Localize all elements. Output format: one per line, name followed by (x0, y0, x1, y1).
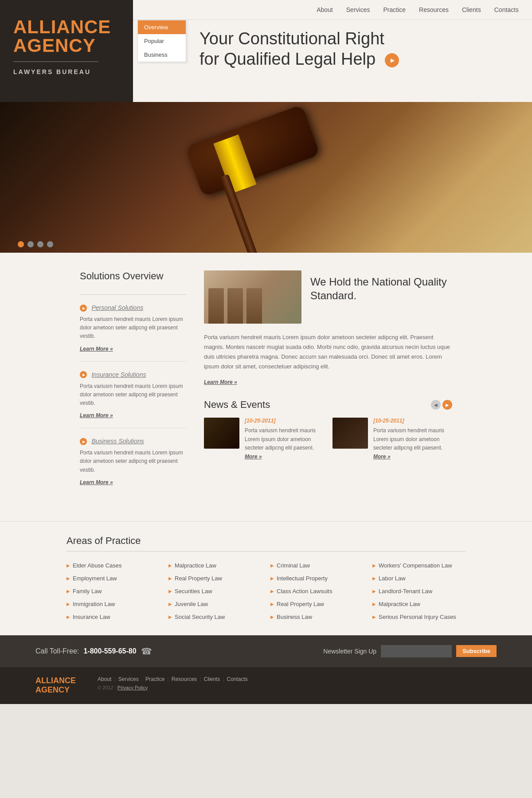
footer-nav-separator: : (200, 676, 201, 682)
news-date-1: [10-25-2011] (245, 418, 324, 424)
solution-link-business[interactable]: Business Solutions (91, 438, 144, 445)
news-item-1: [10-25-2011] Porta variusm hendreit maur… (204, 418, 324, 460)
dropdown-item-business[interactable]: Business (138, 48, 186, 62)
person-2 (227, 288, 243, 324)
area-item: ▶Labor Law (372, 573, 466, 583)
footer-nav-about[interactable]: About (98, 676, 111, 682)
solution-link-personal[interactable]: Personal Solutions (91, 304, 143, 311)
news-grid: [10-25-2011] Porta variusm hendreit maur… (204, 418, 452, 460)
nav-services[interactable]: Services (346, 6, 370, 13)
news-item-2: [10-25-2011] Porta variusm hendreit maur… (332, 418, 452, 460)
footer-nav-clients[interactable]: Clients (203, 676, 220, 682)
area-item: ▶Landlord-Tenant Law (372, 586, 466, 596)
hero-image (0, 102, 532, 253)
learn-more-quality[interactable]: Learn More (204, 379, 237, 385)
footer-nav-separator: : (114, 676, 115, 682)
solution-personal-header: Personal Solutions (80, 304, 186, 312)
two-col-layout: Solutions Overview Personal Solutions Po… (80, 270, 452, 504)
subscribe-button[interactable]: Subscribe (456, 645, 497, 657)
news-thumb-1 (204, 418, 239, 449)
solution-icon-business (80, 438, 87, 445)
area-item: ▶Elder Abuse Cases (66, 560, 160, 571)
news-date-2: [10-25-2011] (373, 418, 452, 424)
slide-dot-3[interactable] (37, 241, 43, 247)
area-arrow: ▶ (168, 576, 172, 581)
area-arrow: ▶ (372, 576, 376, 581)
quality-description: Porta variusm hendreit mauris Lorem ipsu… (204, 332, 452, 372)
area-item: ▶Business Law (270, 612, 364, 622)
learn-more-business[interactable]: Learn More (80, 479, 113, 485)
slide-dot-4[interactable] (47, 241, 53, 247)
news-content-1: [10-25-2011] Porta variusm hendreit maur… (245, 418, 324, 460)
left-column: Solutions Overview Personal Solutions Po… (80, 270, 186, 504)
people-silhouette (208, 288, 262, 324)
area-item: ▶Real Property Law (168, 573, 262, 583)
main-nav: About Services Practice Resources Client… (133, 0, 532, 20)
nav-practice[interactable]: Practice (383, 6, 406, 13)
footer-nav: ALLIANCE AGENCY About : Services : Pract… (0, 667, 532, 704)
hero-cta-button[interactable] (385, 53, 399, 67)
news-nav-arrows: ◀ ▶ (431, 400, 452, 410)
area-item: ▶Malpractice Law (168, 560, 262, 571)
solution-link-insurance[interactable]: Insurance Solutions (91, 371, 146, 378)
main-content: Solutions Overview Personal Solutions Po… (0, 253, 532, 635)
footer-copyright: © 2012 : Privacy Policy (98, 685, 497, 690)
nav-about[interactable]: About (317, 6, 333, 13)
footer-nav-services[interactable]: Services (118, 676, 139, 682)
newsletter-input[interactable] (381, 645, 452, 657)
area-item: ▶Real Property Law (270, 599, 364, 609)
area-arrow: ▶ (270, 576, 274, 581)
nav-resources[interactable]: Resources (419, 6, 449, 13)
dropdown-item-overview[interactable]: Overview (138, 20, 186, 34)
hero-heading: Your Constitutional Right for Qualified … (200, 29, 519, 69)
area-arrow: ▶ (270, 602, 274, 606)
nav-contacts[interactable]: Contacts (494, 6, 519, 13)
privacy-policy-link[interactable]: Privacy Policy (117, 685, 148, 690)
news-text-1: Porta variusm hendreit mauris Lorem ipsu… (245, 426, 324, 452)
area-item: ▶Criminal Law (270, 560, 364, 571)
quality-heading: We Hold the National Quality Standard. (310, 270, 452, 324)
news-text-2: Porta variusm hendreit mauris Lorem ipsu… (373, 426, 452, 452)
dropdown-item-popular[interactable]: Popular (138, 34, 186, 48)
area-item: ▶Class Action Lawsuits (270, 586, 364, 596)
area-arrow: ▶ (66, 602, 70, 606)
logo-box: ALLIANCE AGENCY LAWYERS BUREAU (0, 0, 133, 102)
news-header: News & Events ◀ ▶ (204, 399, 452, 411)
news-next-button[interactable]: ▶ (442, 400, 452, 410)
footer-nav-contacts[interactable]: Contacts (227, 676, 248, 682)
solution-insurance-header: Insurance Solutions (80, 371, 186, 379)
solution-icon-insurance (80, 371, 87, 378)
hero-text-area: Overview Popular Business Your Constitut… (133, 20, 532, 69)
nav-area: About Services Practice Resources Client… (133, 0, 532, 102)
nav-clients[interactable]: Clients (462, 6, 481, 13)
solution-text-business: Porta variusm hendreit mauris Lorem ipsu… (80, 449, 186, 474)
newsletter-label: Newsletter Sign Up (323, 648, 376, 655)
area-arrow: ▶ (66, 563, 70, 568)
footer-logo: ALLIANCE AGENCY (35, 676, 80, 695)
area-arrow: ▶ (168, 589, 172, 594)
footer-nav-practice[interactable]: Practice (145, 676, 164, 682)
person-1 (208, 288, 224, 324)
footer-nav-resources[interactable]: Resources (172, 676, 197, 682)
area-arrow: ▶ (168, 563, 172, 568)
area-item: ▶Intellectual Property (270, 573, 364, 583)
area-arrow: ▶ (66, 614, 70, 619)
right-column: We Hold the National Quality Standard. P… (204, 270, 452, 504)
gavel-visual (155, 111, 377, 244)
footer-nav-separator: : (141, 676, 143, 682)
area-arrow: ▶ (372, 602, 376, 606)
news-content-2: [10-25-2011] Porta variusm hendreit maur… (373, 418, 452, 460)
area-item: ▶Workers' Compensation Law (372, 560, 466, 571)
content-wrapper: Solutions Overview Personal Solutions Po… (66, 253, 466, 521)
news-more-1[interactable]: More (245, 454, 262, 460)
news-more-2[interactable]: More (373, 454, 391, 460)
slide-dot-2[interactable] (27, 241, 34, 247)
footer-nav-separator: : (223, 676, 224, 682)
footer-links-area: About : Services : Practice : Resources … (98, 676, 497, 690)
news-prev-button[interactable]: ◀ (431, 400, 441, 410)
slide-dot-1[interactable] (18, 241, 24, 247)
learn-more-insurance[interactable]: Learn More (80, 412, 113, 419)
learn-more-personal[interactable]: Learn More (80, 346, 113, 352)
quality-image (204, 270, 301, 324)
phone-area: Call Toll-Free: 1-800-559-65-80 ☎ (35, 646, 152, 657)
